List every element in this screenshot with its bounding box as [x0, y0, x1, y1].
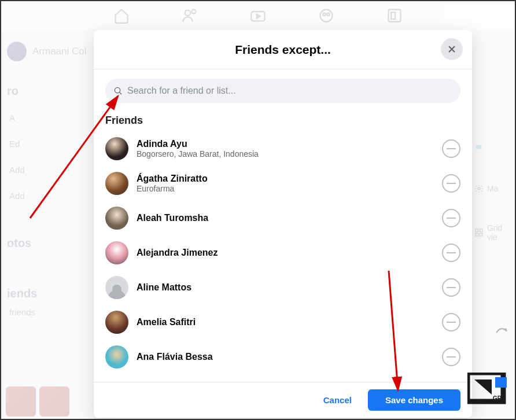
friends-except-modal: Friends except... Friends Adinda Ayu Bog… — [94, 30, 472, 418]
friend-name: Adinda Ayu — [137, 139, 434, 149]
exclude-button[interactable] — [442, 174, 460, 193]
svg-text:GR: GR — [493, 395, 502, 401]
friend-info: Alejandra Jimenez — [137, 248, 434, 258]
friend-row[interactable]: Adinda Ayu Bogorsero, Jawa Barat, Indone… — [105, 131, 460, 166]
avatar — [105, 137, 128, 160]
friend-row[interactable]: Aleah Turomsha — [105, 201, 460, 235]
avatar — [105, 172, 128, 195]
friend-row[interactable]: Amelia Safitri — [105, 305, 460, 340]
svg-rect-17 — [495, 377, 507, 388]
exclude-button[interactable] — [442, 313, 460, 331]
avatar — [105, 345, 128, 369]
modal-footer: Cancel Save changes — [94, 382, 472, 418]
friend-info: Ágatha Ziniratto Eurofarma — [137, 174, 434, 193]
friend-row[interactable]: Alejandra Jimenez — [105, 235, 460, 270]
avatar — [105, 276, 128, 299]
search-input[interactable] — [127, 86, 452, 96]
modal-header: Friends except... — [94, 30, 472, 69]
friend-sub: Eurofarma — [137, 184, 434, 193]
exclude-button[interactable] — [442, 244, 460, 262]
share-icon — [494, 325, 509, 342]
exclude-button[interactable] — [442, 139, 460, 158]
friend-row[interactable]: Ana Flávia Bessa — [105, 340, 460, 374]
avatar — [105, 207, 128, 230]
friend-info: Aline Mattos — [137, 282, 434, 293]
friend-row[interactable]: Ágatha Ziniratto Eurofarma — [105, 166, 460, 201]
exclude-button[interactable] — [442, 348, 460, 366]
search-icon — [113, 86, 123, 95]
friend-sub: Bogorsero, Jawa Barat, Indonesia — [137, 149, 434, 159]
cancel-button[interactable]: Cancel — [313, 389, 362, 411]
friend-row[interactable]: Aline Mattos — [105, 270, 460, 305]
friend-info: Amelia Safitri — [137, 317, 434, 327]
friend-name: Ágatha Ziniratto — [137, 174, 434, 184]
modal-title: Friends except... — [235, 43, 331, 57]
friend-info: Adinda Ayu Bogorsero, Jawa Barat, Indone… — [137, 139, 434, 159]
modal-body: Friends Adinda Ayu Bogorsero, Jawa Barat… — [94, 69, 472, 382]
close-icon — [446, 43, 458, 55]
corner-watermark: GR — [467, 373, 510, 405]
friend-info: Ana Flávia Bessa — [137, 352, 434, 362]
friend-name: Aleah Turomsha — [137, 213, 434, 223]
friend-name: Amelia Safitri — [137, 317, 434, 327]
svg-point-13 — [115, 87, 120, 93]
friend-info: Aleah Turomsha — [137, 213, 434, 223]
save-button[interactable]: Save changes — [368, 389, 460, 411]
friend-name: Ana Flávia Bessa — [137, 352, 434, 362]
exclude-button[interactable] — [442, 278, 460, 297]
avatar — [105, 311, 128, 334]
friends-list: Adinda Ayu Bogorsero, Jawa Barat, Indone… — [105, 131, 460, 374]
exclude-button[interactable] — [442, 209, 460, 227]
search-field-wrap[interactable] — [105, 79, 460, 103]
friend-name: Alejandra Jimenez — [137, 248, 434, 258]
friends-section-title: Friends — [105, 115, 460, 127]
avatar — [105, 241, 128, 264]
friend-name: Aline Mattos — [137, 282, 434, 293]
close-button[interactable] — [441, 38, 463, 60]
